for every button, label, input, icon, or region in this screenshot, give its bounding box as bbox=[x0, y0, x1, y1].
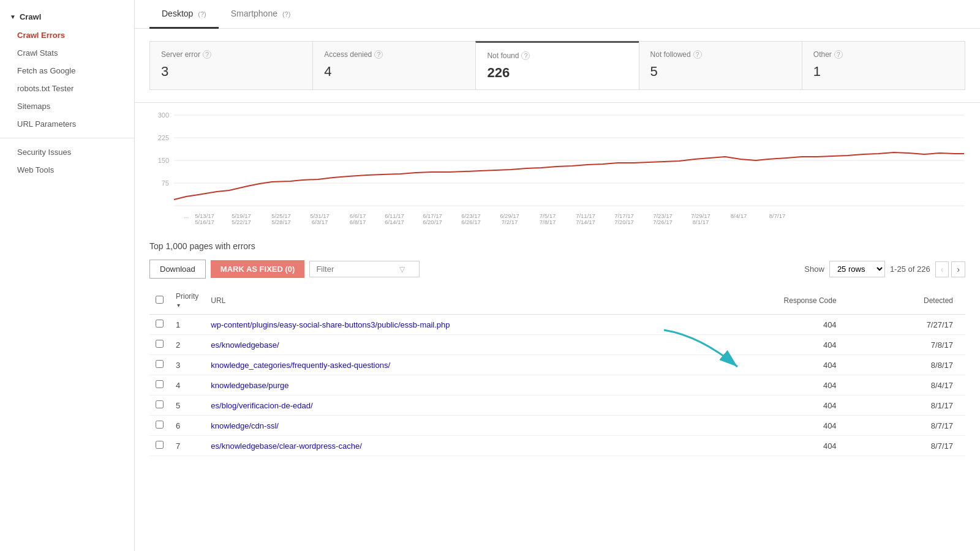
tab-help-icon: (?) bbox=[282, 10, 290, 18]
header-priority-col[interactable]: Priority ▾ bbox=[170, 287, 205, 315]
row-url[interactable]: wp-content/plugins/easy-social-share-but… bbox=[205, 315, 689, 335]
row-checkbox-cell bbox=[149, 436, 170, 456]
filter-input-wrap: ▽ bbox=[309, 261, 420, 277]
sort-arrow-icon: ▾ bbox=[177, 302, 180, 309]
row-checkbox[interactable] bbox=[156, 380, 164, 388]
sidebar-item-robots-txt-tester[interactable]: robots.txt Tester bbox=[0, 80, 134, 97]
error-trend-chart: 300 225 150 75 … 5/13/17 5/16/17 5/19/17… bbox=[149, 109, 970, 231]
row-checkbox[interactable] bbox=[156, 421, 164, 429]
row-checkbox-cell bbox=[149, 315, 170, 335]
row-url[interactable]: knowledgebase/purge bbox=[205, 375, 689, 395]
prev-page-button[interactable]: ‹ bbox=[935, 261, 949, 277]
chart-line bbox=[174, 152, 964, 200]
next-page-button[interactable]: › bbox=[951, 261, 965, 277]
row-priority: 2 bbox=[170, 335, 205, 355]
sidebar-item-security-issues[interactable]: Security Issues bbox=[0, 143, 134, 161]
error-card-other[interactable]: Other ? 1 bbox=[802, 41, 965, 90]
crawl-group-header[interactable]: ▼ Crawl bbox=[0, 7, 134, 26]
row-priority: 4 bbox=[170, 375, 205, 395]
error-card-label: Other ? bbox=[813, 50, 954, 59]
row-response-code: 404 bbox=[689, 335, 873, 355]
row-url[interactable]: es/knowledgebase/ bbox=[205, 335, 689, 355]
error-card-access-denied[interactable]: Access denied ? 4 bbox=[312, 41, 475, 90]
chart-area: 300 225 150 75 … 5/13/17 5/16/17 5/19/17… bbox=[135, 103, 980, 231]
row-url[interactable]: es/blog/verificacion-de-edad/ bbox=[205, 395, 689, 416]
show-label: Show bbox=[804, 264, 824, 274]
svg-text:6/3/17: 6/3/17 bbox=[312, 219, 328, 225]
svg-text:5/16/17: 5/16/17 bbox=[195, 219, 214, 225]
row-response-code: 404 bbox=[689, 416, 873, 436]
download-button[interactable]: Download bbox=[149, 260, 206, 279]
device-tabs: Desktop (?)Smartphone (?) bbox=[135, 0, 980, 29]
svg-text:…: … bbox=[183, 212, 189, 219]
header-url-col: URL bbox=[205, 287, 689, 315]
svg-text:300: 300 bbox=[158, 111, 169, 119]
sidebar-item-sitemaps[interactable]: Sitemaps bbox=[0, 97, 134, 115]
errors-table: Priority ▾ URL Response Code Detected bbox=[149, 287, 965, 456]
row-priority: 6 bbox=[170, 416, 205, 436]
error-card-not-followed[interactable]: Not followed ? 5 bbox=[639, 41, 802, 90]
error-card-label: Not found ? bbox=[487, 51, 627, 60]
table-row: 3 knowledge_categories/frequently-asked-… bbox=[149, 355, 965, 375]
sidebar-item-crawl-stats[interactable]: Crawl Stats bbox=[0, 44, 134, 62]
row-checkbox[interactable] bbox=[156, 400, 164, 408]
row-url[interactable]: knowledge/cdn-ssl/ bbox=[205, 416, 689, 436]
table-section: Top 1,000 pages with errors Download MAR… bbox=[135, 231, 980, 466]
table-row: 7 es/knowledgebase/clear-wordpress-cache… bbox=[149, 436, 965, 456]
svg-text:6/26/17: 6/26/17 bbox=[461, 219, 481, 225]
error-card-server-error[interactable]: Server error ? 3 bbox=[149, 41, 312, 90]
table-title: Top 1,000 pages with errors bbox=[149, 241, 965, 251]
response-code-header: Response Code bbox=[784, 296, 837, 305]
header-detected-col: Detected bbox=[873, 287, 965, 315]
mark-as-fixed-button[interactable]: MARK AS FIXED (0) bbox=[211, 260, 305, 278]
page-navigation: ‹ › bbox=[935, 261, 965, 277]
error-card-value: 3 bbox=[161, 64, 301, 80]
error-card-value: 4 bbox=[324, 64, 464, 80]
svg-text:7/14/17: 7/14/17 bbox=[576, 219, 595, 225]
error-card-value: 226 bbox=[487, 65, 627, 81]
row-checkbox[interactable] bbox=[156, 340, 164, 348]
row-detected: 7/27/17 bbox=[873, 315, 965, 335]
error-card-not-found[interactable]: Not found ? 226 bbox=[475, 41, 638, 90]
help-icon: ? bbox=[203, 50, 211, 59]
tab-smartphone[interactable]: Smartphone (?) bbox=[219, 0, 303, 29]
row-response-code: 404 bbox=[689, 315, 873, 335]
svg-text:8/4/17: 8/4/17 bbox=[731, 212, 747, 219]
svg-text:6/14/17: 6/14/17 bbox=[385, 219, 404, 225]
sidebar-item-url-parameters[interactable]: URL Parameters bbox=[0, 115, 134, 133]
svg-text:8/1/17: 8/1/17 bbox=[693, 219, 709, 225]
row-detected: 8/1/17 bbox=[873, 395, 965, 416]
row-url[interactable]: es/knowledgebase/clear-wordpress-cache/ bbox=[205, 436, 689, 456]
row-priority: 7 bbox=[170, 436, 205, 456]
rows-per-page-select[interactable]: 25 rows 50 rows 100 rows bbox=[829, 261, 885, 277]
row-checkbox[interactable] bbox=[156, 441, 164, 449]
row-response-code: 404 bbox=[689, 436, 873, 456]
sidebar-item-web-tools[interactable]: Web Tools bbox=[0, 161, 134, 179]
table-with-annotation: Priority ▾ URL Response Code Detected bbox=[149, 287, 965, 456]
sidebar-item-fetch-as-google[interactable]: Fetch as Google bbox=[0, 62, 134, 80]
row-url[interactable]: knowledge_categories/frequently-asked-qu… bbox=[205, 355, 689, 375]
row-detected: 8/4/17 bbox=[873, 375, 965, 395]
svg-text:5/22/17: 5/22/17 bbox=[232, 219, 251, 225]
row-checkbox[interactable] bbox=[156, 320, 164, 328]
row-checkbox-cell bbox=[149, 355, 170, 375]
header-response-col: Response Code bbox=[689, 287, 873, 315]
collapse-arrow: ▼ bbox=[10, 13, 16, 20]
svg-text:6/8/17: 6/8/17 bbox=[350, 219, 366, 225]
sidebar-item-crawl-errors[interactable]: Crawl Errors bbox=[0, 26, 134, 44]
row-checkbox-cell bbox=[149, 395, 170, 416]
row-priority: 1 bbox=[170, 315, 205, 335]
svg-text:7/20/17: 7/20/17 bbox=[614, 219, 634, 225]
row-checkbox-cell bbox=[149, 335, 170, 355]
row-checkbox[interactable] bbox=[156, 360, 164, 368]
error-category-cards: Server error ? 3 Access denied ? 4 Not f… bbox=[135, 29, 980, 103]
svg-text:7/8/17: 7/8/17 bbox=[540, 219, 556, 225]
detected-header: Detected bbox=[924, 296, 953, 305]
svg-text:75: 75 bbox=[162, 179, 169, 187]
table-row: 4 knowledgebase/purge 404 8/4/17 bbox=[149, 375, 965, 395]
error-card-value: 1 bbox=[813, 64, 954, 80]
filter-input[interactable] bbox=[316, 264, 396, 274]
select-all-checkbox[interactable] bbox=[156, 296, 164, 304]
tab-desktop[interactable]: Desktop (?) bbox=[149, 0, 219, 29]
filter-icon: ▽ bbox=[399, 265, 405, 274]
